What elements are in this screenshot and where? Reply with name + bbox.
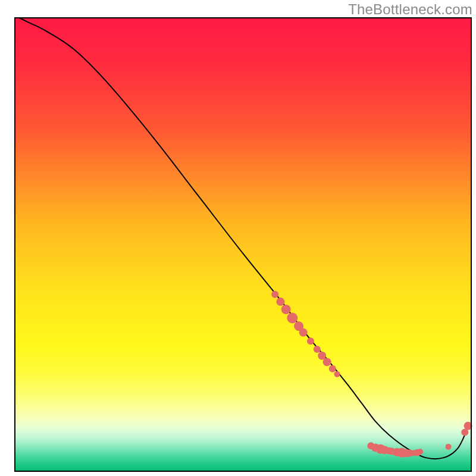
data-marker (299, 328, 308, 337)
data-marker (323, 358, 331, 366)
data-marker (307, 337, 314, 345)
data-marker (314, 346, 321, 353)
data-marker (334, 371, 340, 377)
data-marker (329, 365, 336, 372)
data-marker (271, 291, 278, 298)
data-marker (417, 449, 423, 455)
plot-background (15, 18, 471, 471)
data-marker (281, 305, 291, 314)
data-marker (276, 298, 284, 306)
data-marker (446, 444, 452, 450)
data-marker (287, 312, 298, 323)
chart-svg (0, 0, 476, 476)
chart-container: TheBottleneck.com (0, 0, 476, 476)
